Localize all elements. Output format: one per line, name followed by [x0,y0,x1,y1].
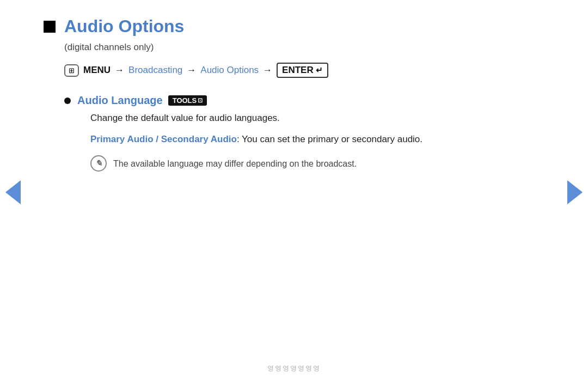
menu-grid-icon: ⊞ [69,66,75,75]
menu-icon-box: ⊞ [64,64,79,77]
footer-text: 영영영영영영영 [267,364,321,373]
enter-label: ENTER [282,65,314,76]
breadcrumb-broadcasting: Broadcasting [128,65,182,76]
primary-secondary-label: Primary Audio / Secondary Audio [90,134,237,144]
arrow-2: → [187,65,196,76]
arrow-1: → [115,65,124,76]
note-text: The available language may differ depend… [113,155,357,170]
nav-left-button[interactable] [5,180,21,204]
subtitle: (digital channels only) [64,42,479,53]
enter-button: ENTER↵ [277,63,328,78]
section-body: Audio Language TOOLS⊡ Change the default… [77,94,422,172]
bullet-icon [64,97,71,104]
breadcrumb: ⊞ MENU → Broadcasting → Audio Options → … [64,63,479,78]
title-row: Audio Options [44,16,479,36]
breadcrumb-audio-options: Audio Options [200,65,259,76]
section-heading-row: Audio Language TOOLS⊡ [77,94,422,107]
note-row: ✎ The available language may differ depe… [90,155,422,172]
note-icon: ✎ [90,155,107,172]
main-content: Audio Options (digital channels only) ⊞ … [0,0,523,192]
arrow-3: → [263,65,272,76]
audio-language-heading: Audio Language [77,94,163,107]
primary-secondary-text: Primary Audio / Secondary Audio: You can… [90,132,422,147]
enter-arrow-icon: ↵ [316,65,323,75]
tools-badge-label: TOOLS [173,96,197,105]
menu-label: MENU [83,65,111,76]
audio-language-description: Change the default value for audio langu… [90,111,422,125]
primary-secondary-body: : You can set the primary or secondary a… [237,134,422,144]
note-icon-symbol: ✎ [95,159,102,168]
title-icon [44,21,56,33]
page-title: Audio Options [64,16,184,36]
tools-badge-icon: ⊡ [198,97,203,104]
tools-badge: TOOLS⊡ [168,95,207,106]
nav-right-button[interactable] [567,180,583,204]
section-item: Audio Language TOOLS⊡ Change the default… [64,94,479,172]
